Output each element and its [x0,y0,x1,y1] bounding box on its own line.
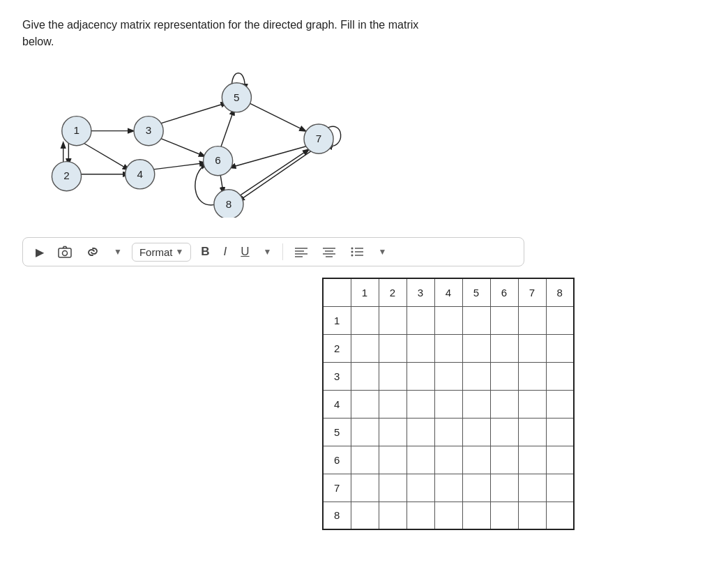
cell-7-4[interactable] [434,474,462,502]
cell-1-6[interactable] [490,306,518,334]
cell-5-7[interactable] [518,418,546,446]
cell-1-2[interactable] [379,306,407,334]
cell-8-7[interactable] [518,502,546,529]
align-left-icon [294,246,308,257]
cell-4-4[interactable] [434,390,462,418]
list-button[interactable] [346,243,368,260]
col-header-4: 4 [434,278,462,306]
cell-6-5[interactable] [462,446,490,474]
toolbar: ▶ ▼ Format ▼ B I U ▼ [22,237,524,266]
svg-line-1 [80,141,129,169]
cell-5-2[interactable] [379,418,407,446]
col-header-7: 7 [518,278,546,306]
cell-6-2[interactable] [379,446,407,474]
cell-8-6[interactable] [490,502,518,529]
cell-6-8[interactable] [546,446,574,474]
cell-2-5[interactable] [462,334,490,362]
cell-5-8[interactable] [546,418,574,446]
svg-line-5 [158,103,227,124]
italic-button[interactable]: I [220,242,231,262]
align-left-button[interactable] [290,243,312,260]
cell-3-2[interactable] [379,362,407,390]
cell-2-3[interactable] [407,334,434,362]
svg-point-42 [351,251,354,253]
cell-7-3[interactable] [407,474,434,502]
cell-7-2[interactable] [379,474,407,502]
cell-1-3[interactable] [407,306,434,334]
cell-6-1[interactable] [351,446,379,474]
cell-4-5[interactable] [462,390,490,418]
cell-8-2[interactable] [379,502,407,529]
cell-1-7[interactable] [518,306,546,334]
cell-4-1[interactable] [351,390,379,418]
link-button[interactable] [82,243,104,261]
matrix-container: 1234567812345678 [322,278,692,530]
question-text: Give the adjacency matrix representation… [22,17,510,50]
bold-button[interactable]: B [197,242,213,262]
row-header-1: 1 [323,306,351,334]
table-row: 4 [323,390,574,418]
cell-4-8[interactable] [546,390,574,418]
cell-1-1[interactable] [351,306,379,334]
cell-4-2[interactable] [379,390,407,418]
cell-7-1[interactable] [351,474,379,502]
cell-8-3[interactable] [407,502,434,529]
row-header-7: 7 [323,474,351,502]
text-format-chevron-icon: ▼ [264,247,272,257]
chevron-down-icon: ▼ [114,247,122,257]
cell-2-7[interactable] [518,334,546,362]
cell-6-3[interactable] [407,446,434,474]
cell-3-5[interactable] [462,362,490,390]
cell-2-4[interactable] [434,334,462,362]
cell-3-1[interactable] [351,362,379,390]
cell-6-6[interactable] [490,446,518,474]
cell-8-1[interactable] [351,502,379,529]
cell-7-5[interactable] [462,474,490,502]
cell-8-8[interactable] [546,502,574,529]
cell-5-6[interactable] [490,418,518,446]
cell-7-8[interactable] [546,474,574,502]
cell-4-3[interactable] [407,390,434,418]
cell-6-4[interactable] [434,446,462,474]
cell-2-6[interactable] [490,334,518,362]
cell-1-8[interactable] [546,306,574,334]
align-center-button[interactable] [318,243,340,260]
list-dropdown-button[interactable]: ▼ [374,244,390,259]
col-header-8: 8 [546,278,574,306]
more-dropdown-button[interactable]: ▼ [109,244,126,259]
cell-8-4[interactable] [434,502,462,529]
cell-8-5[interactable] [462,502,490,529]
cell-3-7[interactable] [518,362,546,390]
svg-line-8 [249,103,305,130]
format-button[interactable]: Format ▼ [132,243,191,262]
svg-text:3: 3 [146,124,152,136]
svg-point-31 [63,251,68,256]
cell-3-3[interactable] [407,362,434,390]
cell-2-8[interactable] [546,334,574,362]
cell-2-1[interactable] [351,334,379,362]
cell-4-6[interactable] [490,390,518,418]
table-row: 2 [323,334,574,362]
cell-3-6[interactable] [490,362,518,390]
table-row: 5 [323,418,574,446]
svg-line-6 [155,136,205,156]
play-button[interactable]: ▶ [31,243,48,262]
cell-7-6[interactable] [490,474,518,502]
cell-5-5[interactable] [462,418,490,446]
cell-5-1[interactable] [351,418,379,446]
underline-button[interactable]: U [236,242,253,262]
cell-7-7[interactable] [518,474,546,502]
cell-3-8[interactable] [546,362,574,390]
cell-1-4[interactable] [434,306,462,334]
cell-5-3[interactable] [407,418,434,446]
cell-5-4[interactable] [434,418,462,446]
camera-button[interactable] [54,243,76,261]
cell-4-7[interactable] [518,390,546,418]
cell-6-7[interactable] [518,446,546,474]
col-header-3: 3 [407,278,434,306]
cell-2-2[interactable] [379,334,407,362]
row-header-8: 8 [323,502,351,529]
cell-1-5[interactable] [462,306,490,334]
text-format-dropdown-button[interactable]: ▼ [259,244,276,259]
cell-3-4[interactable] [434,362,462,390]
